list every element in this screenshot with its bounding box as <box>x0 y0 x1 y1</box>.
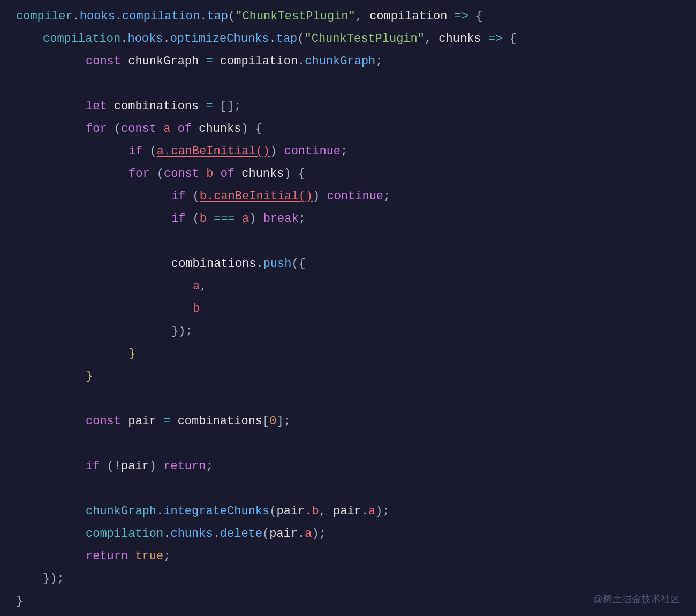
code-line-for-outer: for (const a of chunks) { <box>0 118 696 140</box>
token-compiler: compiler <box>16 6 73 27</box>
blank-line-4 <box>0 433 696 455</box>
code-line-3: const chunkGraph = compilation.chunkGrap… <box>0 50 696 73</box>
watermark: @稀土掘金技术社区 <box>593 592 680 605</box>
code-line-close-outer-for: } <box>0 365 696 388</box>
token-hooks: hooks <box>80 6 115 27</box>
code-line-a: a, <box>0 275 696 298</box>
code-line-if-a: if (a.canBeInitial()) continue; <box>0 140 696 163</box>
code-line-delete: compilation.chunks.delete(pair.a); <box>0 523 696 545</box>
code-container: compiler.hooks.compilation.tap("ChunkTes… <box>0 0 696 616</box>
code-line-if-b: if (b.canBeInitial()) continue; <box>0 185 696 208</box>
code-line-close-compilation: }); <box>0 568 696 590</box>
blank-line-3 <box>0 388 696 410</box>
code-line-close-outer: } <box>0 590 696 613</box>
blank-line-2 <box>0 230 696 253</box>
blank-line-1 <box>0 73 696 95</box>
code-line-if-pair: if (!pair) return; <box>0 455 696 478</box>
code-line-close-push: }); <box>0 320 696 343</box>
code-line-integrate: chunkGraph.integrateChunks(pair.b, pair.… <box>0 500 696 523</box>
code-line-const-pair: const pair = combinations[0]; <box>0 410 696 433</box>
code-line-close-inner-for: } <box>0 343 696 365</box>
code-line-2: compilation.hooks.optimizeChunks.tap("Ch… <box>0 28 696 50</box>
blank-line-5 <box>0 478 696 500</box>
code-line-b: b <box>0 298 696 320</box>
code-line-if-b-eq-a: if (b === a) break; <box>0 208 696 230</box>
code-line-combinations-push: combinations.push({ <box>0 253 696 275</box>
code-line-for-inner: for (const b of chunks) { <box>0 163 696 185</box>
code-line-let: let combinations = []; <box>0 95 696 118</box>
code-line-1: compiler.hooks.compilation.tap("ChunkTes… <box>0 5 696 28</box>
code-line-return-true: return true; <box>0 545 696 568</box>
